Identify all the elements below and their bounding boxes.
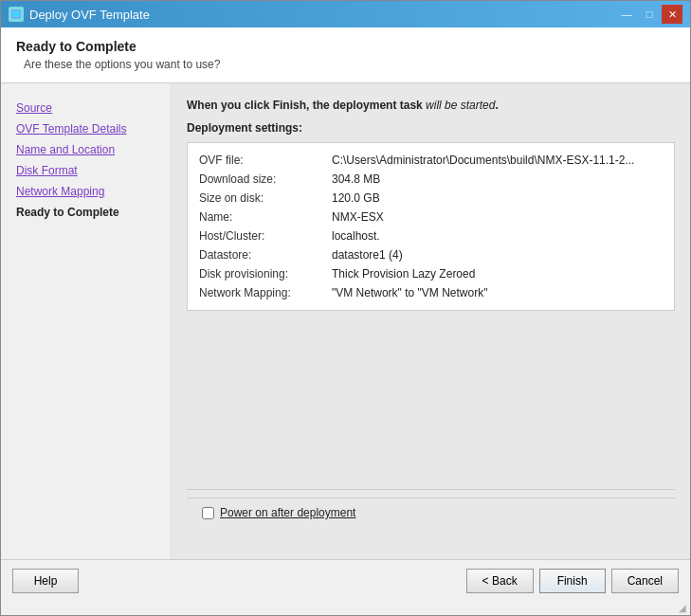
power-on-checkbox[interactable] xyxy=(202,507,214,519)
info-prefix: When you click xyxy=(187,99,273,112)
close-button[interactable]: ✕ xyxy=(662,5,682,24)
setting-key: OVF file: xyxy=(199,154,332,167)
info-italic: will be started xyxy=(426,99,495,112)
svg-rect-1 xyxy=(13,11,19,17)
setting-value: NMX-ESX xyxy=(332,210,663,224)
bottom-bar: Help < Back Finish Cancel xyxy=(1,559,690,601)
footer-area: Power on after deployment xyxy=(187,498,675,527)
sidebar-item-name-and-location[interactable]: Name and Location xyxy=(9,140,163,159)
setting-key: Download size: xyxy=(199,172,332,186)
setting-value: 304.8 MB xyxy=(332,172,663,186)
deployment-settings-label: Deployment settings: xyxy=(187,121,675,135)
table-row: Datastore: datastore1 (4) xyxy=(188,245,674,264)
bottom-right: < Back Finish Cancel xyxy=(466,569,679,593)
table-row: Size on disk: 120.0 GB xyxy=(188,189,674,208)
sidebar-item-disk-format[interactable]: Disk Format xyxy=(9,161,163,180)
info-message: When you click Finish, the deployment ta… xyxy=(187,99,675,112)
power-on-label[interactable]: Power on after deployment xyxy=(220,506,355,519)
back-button[interactable]: < Back xyxy=(466,569,534,593)
window-title: Deploy OVF Template xyxy=(29,8,150,22)
setting-value: C:\Users\Administrator\Documents\build\N… xyxy=(332,154,663,167)
setting-key: Size on disk: xyxy=(199,191,332,205)
info-bold: Finish xyxy=(273,99,306,112)
main-content: When you click Finish, the deployment ta… xyxy=(172,83,690,559)
title-bar-left: Deploy OVF Template xyxy=(9,7,150,22)
setting-key: Disk provisioning: xyxy=(199,267,332,281)
sidebar-item-source[interactable]: Source xyxy=(9,99,163,118)
finish-button[interactable]: Finish xyxy=(539,569,606,593)
sidebar-item-ovf-template-details[interactable]: OVF Template Details xyxy=(9,119,163,138)
table-row: Network Mapping: "VM Network" to "VM Net… xyxy=(188,283,674,302)
help-button[interactable]: Help xyxy=(12,569,79,593)
deploy-ovf-window: Deploy OVF Template — □ ✕ Ready to Compl… xyxy=(0,0,691,616)
sidebar-item-ready-to-complete: Ready to Complete xyxy=(9,203,163,222)
setting-value: 120.0 GB xyxy=(332,191,663,205)
bottom-left: Help xyxy=(12,569,79,593)
table-row: Host/Cluster: localhost. xyxy=(188,226,674,245)
minimize-button[interactable]: — xyxy=(616,5,637,24)
page-subtitle: Are these the options you want to use? xyxy=(24,58,675,71)
app-icon xyxy=(9,7,24,22)
content-area: Source OVF Template Details Name and Loc… xyxy=(1,83,690,559)
table-row: Disk provisioning: Thick Provision Lazy … xyxy=(188,264,674,283)
table-row: Download size: 304.8 MB xyxy=(188,170,674,189)
header: Ready to Complete Are these the options … xyxy=(1,27,690,83)
table-row: Name: NMX-ESX xyxy=(188,208,674,226)
setting-key: Network Mapping: xyxy=(199,286,332,299)
maximize-button[interactable]: □ xyxy=(639,5,660,24)
setting-value: "VM Network" to "VM Network" xyxy=(332,286,663,299)
table-row: OVF file: C:\Users\Administrator\Documen… xyxy=(188,151,674,170)
sidebar: Source OVF Template Details Name and Loc… xyxy=(1,83,172,559)
settings-table: OVF file: C:\Users\Administrator\Documen… xyxy=(187,142,675,311)
info-suffix: , the deployment task xyxy=(306,99,426,112)
setting-value: datastore1 (4) xyxy=(332,248,663,262)
title-buttons: — □ ✕ xyxy=(616,5,682,24)
setting-key: Host/Cluster: xyxy=(199,229,332,243)
setting-value: localhost. xyxy=(332,229,663,243)
setting-key: Name: xyxy=(199,210,332,224)
setting-value: Thick Provision Lazy Zeroed xyxy=(332,267,663,281)
cancel-button[interactable]: Cancel xyxy=(611,569,679,593)
power-on-container: Power on after deployment xyxy=(202,506,355,519)
info-end: . xyxy=(495,99,498,112)
title-bar: Deploy OVF Template — □ ✕ xyxy=(1,1,690,27)
divider xyxy=(187,489,675,490)
resize-grip: ◢ xyxy=(1,601,690,615)
page-title: Ready to Complete xyxy=(16,39,675,54)
sidebar-item-network-mapping[interactable]: Network Mapping xyxy=(9,182,163,201)
setting-key: Datastore: xyxy=(199,248,332,262)
